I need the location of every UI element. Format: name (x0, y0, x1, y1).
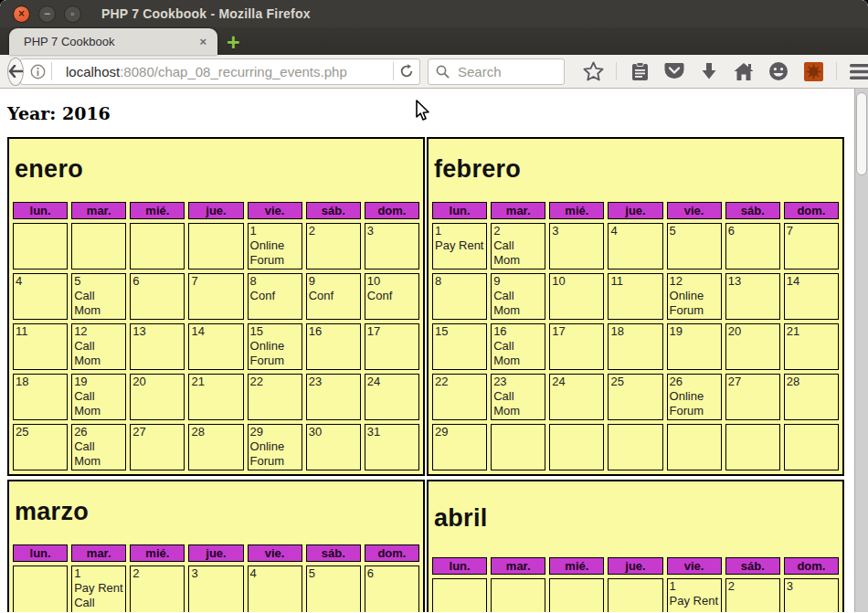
url-bar[interactable]: localhost:8080/chap_08_recurring_events.… (20, 58, 420, 85)
reload-icon[interactable] (399, 64, 414, 79)
day-cell: 12Call Mom (71, 323, 126, 370)
event-label: Call Mom (493, 339, 543, 367)
weekday-header: mié. (549, 202, 604, 219)
day-number: 14 (787, 274, 836, 289)
day-cell: 19Call Mom (71, 374, 126, 420)
day-number: 17 (552, 324, 601, 339)
day-number: 16 (309, 324, 358, 339)
day-number: 25 (16, 425, 65, 439)
event-label: Conf (309, 289, 358, 303)
day-number: 12 (74, 324, 123, 339)
day-cell: 8Conf (248, 273, 302, 320)
navigation-toolbar: localhost:8080/chap_08_recurring_events.… (0, 55, 868, 89)
back-button[interactable] (7, 58, 24, 86)
tab-php7-cookbook[interactable]: PHP 7 Cookbook × (9, 28, 217, 55)
weekday-header: mié. (130, 202, 185, 219)
search-input[interactable] (456, 63, 556, 80)
downloads-icon[interactable] (692, 62, 726, 81)
url-text: localhost:8080/chap_08_recurring_events.… (66, 64, 387, 79)
weekday-header: vie. (248, 544, 302, 562)
day-number: 4 (610, 224, 660, 238)
day-cell: 24 (365, 374, 419, 420)
window-close-button[interactable]: × (13, 5, 30, 23)
day-number: 4 (250, 566, 300, 581)
day-number: 3 (787, 579, 836, 594)
weekday-header: sáb. (306, 544, 361, 562)
day-cell: 9Conf (306, 273, 361, 320)
day-cell: 29 (432, 424, 487, 470)
day-number: 7 (787, 224, 836, 238)
day-number: 7 (191, 274, 240, 289)
day-number: 2 (132, 566, 182, 581)
day-cell: 2 (725, 578, 780, 612)
day-cell: 4 (13, 273, 68, 320)
month-title: febrero (432, 143, 839, 198)
calendar-month-abril: abrillun.mar.mié.jue.vie.sáb.dom.1Pay Re… (427, 480, 844, 612)
day-cell: 1Online Forum (248, 223, 302, 270)
url-host: localhost (66, 64, 120, 79)
window-minimize-button[interactable]: − (38, 5, 56, 23)
day-cell: 25 (13, 424, 68, 470)
day-number: 27 (728, 375, 778, 389)
day-cell: 5Call Mom (71, 273, 126, 320)
day-cell: 31 (365, 424, 419, 470)
search-box[interactable] (428, 58, 565, 85)
day-cell: 14 (188, 323, 243, 370)
weekday-header: jue. (188, 544, 243, 562)
day-number: 29 (250, 425, 300, 439)
day-number: 19 (670, 324, 719, 339)
day-cell (432, 578, 487, 612)
day-number: 10 (552, 274, 601, 289)
vertical-scrollbar[interactable] (854, 89, 868, 612)
weekday-header: dom. (365, 544, 419, 562)
reading-list-icon[interactable] (622, 62, 657, 81)
tab-close-icon[interactable]: × (197, 35, 208, 48)
url-divider (393, 62, 394, 80)
home-icon[interactable] (726, 62, 761, 81)
day-number: 2 (728, 579, 778, 594)
day-cell: 23Call Mom (491, 374, 545, 420)
day-number: 2 (493, 224, 543, 238)
day-cell: 13 (725, 273, 780, 320)
scrollbar-thumb[interactable] (856, 92, 867, 175)
weekday-header: dom. (784, 557, 839, 575)
day-cell: 1Pay RentCall Mom (71, 565, 126, 612)
day-number: 6 (728, 224, 778, 238)
pocket-icon[interactable] (657, 62, 692, 80)
day-cell: 24 (549, 374, 604, 420)
window-titlebar[interactable]: × − ▫ PHP 7 Cookbook - Mozilla Firefox (0, 0, 868, 27)
day-cell (491, 578, 545, 612)
day-cell: 12Online Forum (667, 273, 722, 320)
url-path: :8080/chap_08_recurring_events.php (120, 64, 347, 79)
menu-icon[interactable] (842, 63, 868, 80)
day-number: 11 (16, 324, 65, 339)
day-cell (608, 578, 662, 612)
window-maximize-button[interactable]: ▫ (64, 5, 81, 23)
day-cell: 17 (549, 323, 604, 370)
day-cell: 25 (608, 374, 662, 420)
day-number: 5 (74, 274, 123, 289)
weekday-header: vie. (667, 202, 722, 219)
day-cell: 2Call Mom (491, 223, 545, 270)
day-cell (130, 223, 185, 270)
day-cell: 1Pay Rent (432, 223, 487, 270)
day-number: 3 (552, 224, 601, 238)
addon-icon[interactable] (796, 61, 831, 82)
mouse-cursor (414, 100, 432, 123)
day-number: 5 (309, 566, 358, 581)
bookmark-star-icon[interactable] (576, 61, 610, 81)
day-number: 15 (250, 324, 300, 339)
day-number: 1 (250, 224, 300, 238)
day-cell: 3 (784, 578, 839, 612)
feedback-smiley-icon[interactable] (761, 61, 796, 81)
day-number: 10 (367, 274, 417, 289)
day-cell: 13 (130, 323, 185, 370)
day-number: 8 (250, 274, 300, 289)
new-tab-button[interactable]: + (227, 32, 240, 52)
weekday-header: mié. (549, 557, 604, 575)
day-cell: 6 (725, 223, 780, 270)
event-label: Call Mom (493, 389, 543, 417)
tab-bar: PHP 7 Cookbook × + (0, 27, 868, 55)
day-number: 11 (610, 274, 660, 289)
day-number: 15 (435, 324, 484, 339)
